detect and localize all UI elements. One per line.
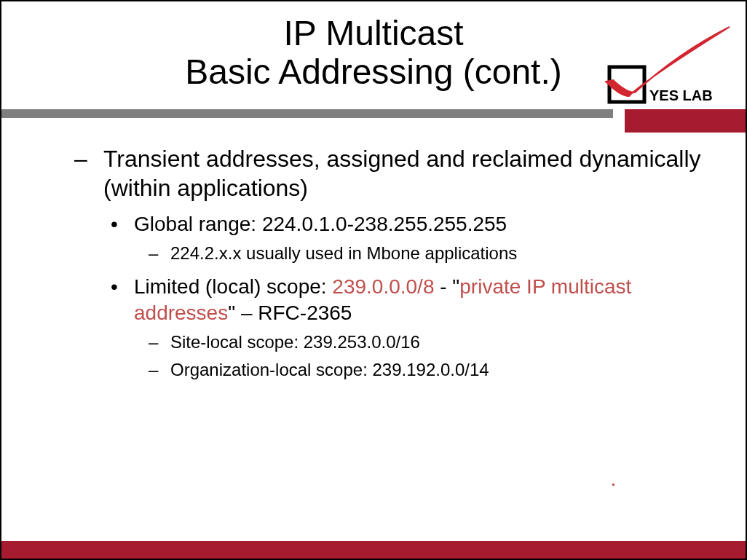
slide-content: Transient addresses, assigned and reclai… — [74, 144, 702, 385]
logo-svg: YES LAB — [584, 23, 737, 111]
logo-yes-lab: YES LAB — [584, 23, 737, 111]
bullet-global-range: Global range: 224.0.1.0-238.255.255.255 — [111, 211, 702, 237]
divider-gray-bar — [1, 109, 613, 118]
logo-text: YES LAB — [649, 87, 713, 103]
bullet-org-local: Organization-local scope: 239.192.0.0/14 — [149, 358, 702, 381]
bullet-mbone: 224.2.x.x usually used in Mbone applicat… — [149, 242, 702, 264]
slide-frame: IP Multicast Basic Addressing (cont.) YE… — [0, 0, 747, 560]
stray-dot — [612, 484, 614, 486]
footer-bar — [1, 541, 746, 559]
bullet-site-local: Site-local scope: 239.253.0.0/16 — [149, 331, 702, 353]
divider-red-block — [625, 109, 746, 133]
limited-scope-ip: 239.0.0.0/8 — [332, 275, 434, 298]
bullet-limited-scope: Limited (local) scope: 239.0.0.0/8 - "pr… — [111, 274, 702, 327]
limited-scope-post: " – RFC-2365 — [228, 301, 352, 324]
bullet-main: Transient addresses, assigned and reclai… — [74, 144, 702, 202]
limited-scope-mid: - " — [434, 275, 459, 298]
limited-scope-pre: Limited (local) scope: — [134, 275, 332, 298]
checkmark-icon — [606, 27, 730, 96]
